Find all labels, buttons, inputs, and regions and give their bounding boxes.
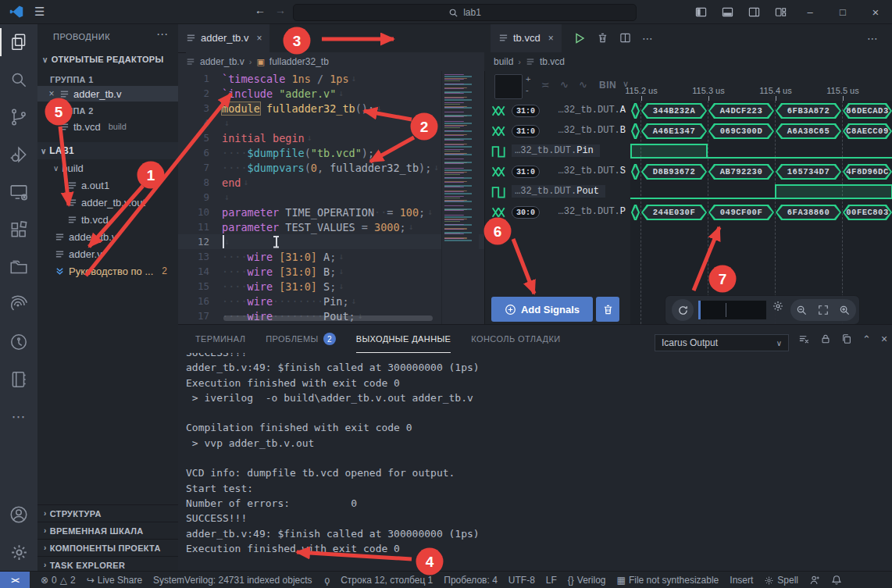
- code-line-11[interactable]: 11parameter TEST_VALUES = 3000;↓: [178, 219, 484, 234]
- code-line-12[interactable]: 12↓: [178, 234, 484, 249]
- open-editors-header[interactable]: ∨ОТКРЫТЫЕ РЕДАКТОРЫ: [42, 55, 164, 64]
- code-line-9[interactable]: 9↓: [178, 190, 484, 205]
- account-button[interactable]: [0, 496, 37, 533]
- wave-refresh-button[interactable]: [672, 299, 694, 321]
- wave-format-select[interactable]: BIN: [599, 80, 616, 91]
- open-editor-tbvcd[interactable]: × tb.vcd build: [37, 119, 178, 134]
- live-share-status[interactable]: ↪Live Share: [87, 575, 142, 586]
- signal-row-s[interactable]: 31:0…32_tb.DUT.S: [485, 162, 630, 182]
- section-временная-шкала[interactable]: ›ВРЕМЕННАЯ ШКАЛА: [37, 522, 178, 539]
- tree-item-a-out1[interactable]: a.out1: [37, 176, 178, 194]
- menu-icon[interactable]: ☰: [34, 5, 45, 19]
- signal-row-p[interactable]: 30:0…32_tb.DUT.P: [485, 202, 630, 223]
- settings-button[interactable]: [0, 533, 37, 571]
- output-content[interactable]: SUCCESS!!!adder_tb.v:49: $finish called …: [186, 353, 881, 572]
- port-status[interactable]: ϙ: [324, 575, 330, 586]
- run-button-icon[interactable]: [573, 32, 586, 45]
- nav-back-icon[interactable]: ←: [255, 4, 266, 16]
- tree-item-tb-vcd[interactable]: tb.vcd: [37, 211, 178, 228]
- signal-row-a[interactable]: 31:0…32_tb.DUT.A: [485, 101, 630, 121]
- code-line-10[interactable]: 10parameter TIME_OPERATION··= 100;↓: [178, 205, 484, 219]
- toggle-secondary-sidebar-icon[interactable]: [740, 0, 767, 23]
- wave-delete-button[interactable]: [596, 297, 619, 322]
- activity-source-control[interactable]: [0, 98, 37, 136]
- code-line-7[interactable]: 7····$dumpvars(0, fulladder32_tb);↓: [178, 160, 484, 175]
- open-in-editor-icon[interactable]: [841, 333, 852, 344]
- wave-analog2-mode-icon[interactable]: ∿: [579, 79, 587, 91]
- nav-forward-icon[interactable]: →: [275, 4, 286, 16]
- activity-search[interactable]: [0, 61, 37, 98]
- minimap[interactable]: [441, 71, 479, 324]
- code-line-13[interactable]: 13····wire [31:0] A;↓: [178, 249, 484, 264]
- toggle-sidebar-icon[interactable]: [687, 0, 714, 23]
- synthesis-status[interactable]: ▦File not synthesizable: [617, 575, 719, 586]
- tab-adder-tb[interactable]: adder_tb.v×: [178, 23, 269, 52]
- zoom-fit-icon[interactable]: [818, 305, 829, 315]
- code-line-16[interactable]: 16····wire········Pin;↓: [178, 294, 484, 308]
- close-panel-icon[interactable]: ×: [881, 333, 887, 345]
- code-line-15[interactable]: 15····wire [31:0] S;↓: [178, 279, 484, 294]
- code-line-3[interactable]: 3module fulladder32_tb();↓: [178, 101, 484, 116]
- activity-espressif[interactable]: [0, 286, 37, 323]
- toggle-panel-icon[interactable]: [714, 0, 740, 23]
- tab-terminal[interactable]: ТЕРМИНАЛ: [195, 325, 245, 353]
- zoom-out-icon[interactable]: [796, 305, 808, 316]
- close-icon[interactable]: ×: [256, 33, 262, 44]
- signal-row-b[interactable]: 31:0…32_tb.DUT.B: [485, 121, 630, 141]
- horizontal-scrollbar[interactable]: [223, 315, 433, 321]
- insert-mode-status[interactable]: Insert: [730, 575, 753, 586]
- tab-tbvcd[interactable]: tb.vcd×: [491, 23, 562, 52]
- command-center-search[interactable]: lab1: [293, 4, 637, 21]
- signal-row-pout[interactable]: …32_tb.DUT.Pout: [485, 182, 630, 202]
- section-компоненты-проекта[interactable]: ›КОМПОНЕНТЫ ПРОЕКТА: [37, 539, 178, 556]
- wave-zoom-minus[interactable]: -: [526, 86, 529, 94]
- section-структура[interactable]: ›СТРУКТУРА: [37, 504, 178, 522]
- workspace-root-lab1[interactable]: ∨LAB1: [37, 142, 178, 159]
- open-editor-adder-tb[interactable]: × adder_tb.v: [37, 86, 178, 102]
- activity-project-folder[interactable]: [0, 248, 37, 286]
- wave-value-box[interactable]: [494, 74, 523, 99]
- layout-customize-icon[interactable]: [767, 0, 794, 23]
- close-icon[interactable]: ×: [548, 33, 554, 44]
- output-channel-select[interactable]: Icarus Output ∨: [655, 334, 789, 351]
- lock-icon[interactable]: [820, 333, 831, 344]
- section-task-explorer[interactable]: ›TASK EXPLORER: [37, 556, 178, 571]
- wave-breadcrumb[interactable]: build › tb.vcd: [484, 52, 892, 71]
- code-editor[interactable]: 1`timescale 1ns / 1ps↓2`include "adder.v…: [178, 71, 484, 324]
- eol-status[interactable]: LF: [546, 575, 557, 586]
- code-line-1[interactable]: 1`timescale 1ns / 1ps↓: [178, 71, 484, 86]
- close-icon[interactable]: ×: [45, 88, 58, 99]
- wave-plot-area[interactable]: 115.2 us115.3 us115.4 us115.5 us344B232A…: [630, 101, 892, 324]
- feedback-status[interactable]: [809, 575, 820, 586]
- remote-indicator[interactable]: ><: [0, 572, 30, 588]
- wave-bus-mode-icon[interactable]: ≍: [541, 79, 550, 91]
- close-button[interactable]: ×: [859, 0, 892, 23]
- signal-row-pin[interactable]: …32_tb.DUT.Pin: [485, 141, 630, 162]
- spell-status[interactable]: Spell: [764, 575, 798, 586]
- code-line-8[interactable]: 8end↓: [178, 175, 484, 190]
- activity-extensions[interactable]: [0, 211, 37, 248]
- more-actions-icon[interactable]: ⋯: [867, 32, 878, 45]
- tree-item-build[interactable]: ∨build: [37, 159, 178, 176]
- minimize-button[interactable]: –: [794, 0, 826, 23]
- tab-problems[interactable]: ПРОБЛЕМЫ2: [266, 325, 335, 353]
- code-line-4[interactable]: 4↓: [178, 116, 484, 130]
- tab-debug-console[interactable]: КОНСОЛЬ ОТЛАДКИ: [471, 325, 560, 353]
- code-line-14[interactable]: 14····wire [31:0] B;↓: [178, 264, 484, 279]
- zoom-in-icon[interactable]: [839, 305, 851, 316]
- code-line-2[interactable]: 2`include "adder.v"↓: [178, 86, 484, 101]
- editor-breadcrumb[interactable]: adder_tb.v › ▣ fulladder32_tb: [186, 52, 484, 71]
- activity-timeline-clock[interactable]: [0, 323, 37, 361]
- code-line-5[interactable]: 5initial begin↓: [178, 130, 484, 145]
- code-line-6[interactable]: 6····$dumpfile("tb.vcd");↓: [178, 145, 484, 160]
- split-editor-icon[interactable]: [619, 32, 631, 44]
- wave-zoom-plus[interactable]: +: [526, 75, 530, 83]
- tree-item-adder-tb-v-out[interactable]: adder_tb.v.out: [37, 194, 178, 211]
- more-actions-icon[interactable]: ⋯: [642, 32, 653, 45]
- encoding-status[interactable]: UTF-8: [508, 575, 535, 586]
- activity-notebook[interactable]: [0, 361, 37, 398]
- add-signals-button[interactable]: Add Signals: [491, 297, 593, 322]
- language-status[interactable]: {}Verilog: [568, 575, 606, 586]
- activity-run-debug[interactable]: [0, 136, 37, 173]
- tree-item--[interactable]: Руководство по ...2: [37, 262, 178, 280]
